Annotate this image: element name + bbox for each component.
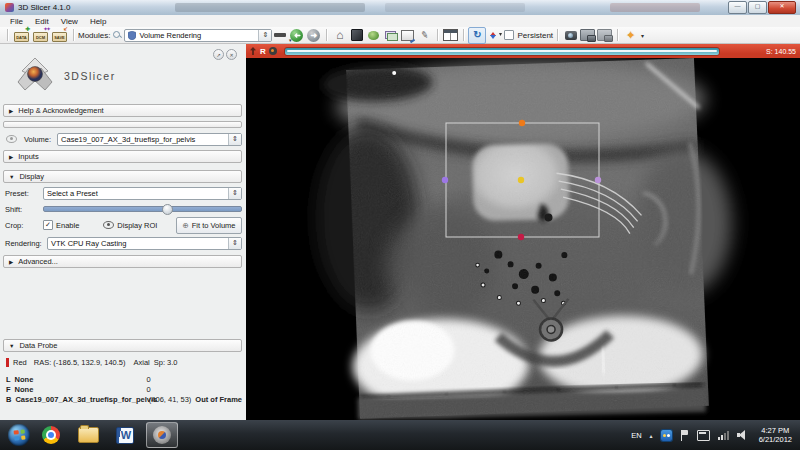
help-section-header[interactable]: ▶ Help & Acknowledgement bbox=[3, 104, 242, 117]
visibility-eye-icon[interactable] bbox=[6, 135, 17, 143]
show-hidden-icons-button[interactable]: ▴ bbox=[650, 432, 653, 439]
collapsed-arrow-icon: ▶ bbox=[9, 108, 13, 114]
layers-icon bbox=[385, 31, 396, 40]
editor-button[interactable] bbox=[400, 28, 415, 42]
scene-restore-button[interactable] bbox=[597, 28, 612, 42]
chevron-down-icon[interactable]: ▾ bbox=[641, 32, 644, 39]
close-button[interactable]: ✕ bbox=[768, 1, 796, 14]
crop-enable-checkbox[interactable]: ✓ bbox=[43, 220, 53, 230]
taskbar-clock[interactable]: 4:27 PM 6/21/2012 bbox=[759, 426, 792, 445]
network-signal-icon[interactable] bbox=[718, 430, 729, 440]
tray-app-icon[interactable] bbox=[661, 430, 672, 441]
persistent-checkbox[interactable] bbox=[504, 30, 514, 40]
shift-slider[interactable] bbox=[43, 206, 242, 212]
annotate-button[interactable]: ✎ bbox=[417, 28, 432, 42]
home-button[interactable]: ⌂ bbox=[332, 28, 347, 42]
modules-history-icon[interactable] bbox=[274, 33, 286, 37]
save-button[interactable]: ➜ SAVE bbox=[51, 28, 68, 42]
menu-edit[interactable]: Edit bbox=[29, 17, 55, 26]
roi-handle-center[interactable] bbox=[518, 177, 524, 183]
crosshair-toggle-button[interactable]: ↻ bbox=[468, 27, 486, 44]
windows-taskbar: W EN ▴ 4:27 PM 6/21/2012 bbox=[0, 420, 800, 450]
roi-handle-bottom[interactable] bbox=[518, 234, 524, 240]
shift-row: Shift: bbox=[0, 203, 242, 215]
back-arrow-icon: ➜ bbox=[294, 31, 301, 40]
persistent-label: Persistent bbox=[517, 31, 553, 40]
roi-handle-left[interactable] bbox=[442, 177, 448, 183]
extensions-button[interactable]: ✦ bbox=[623, 28, 638, 42]
taskbar-slicer-button[interactable] bbox=[146, 422, 178, 448]
module-back-button[interactable]: ➜ bbox=[290, 29, 303, 42]
combobox-spinner-icon[interactable]: ⇕ bbox=[228, 188, 241, 199]
views-3d-button[interactable] bbox=[349, 28, 364, 42]
menu-file[interactable]: File bbox=[4, 17, 29, 26]
pin-icon[interactable] bbox=[250, 47, 256, 55]
volumes-button[interactable] bbox=[383, 28, 398, 42]
probe-row-background: B Case19_007_AX_3d_truefisp_for_pelvis (… bbox=[6, 395, 242, 404]
action-center-flag-icon[interactable] bbox=[680, 430, 689, 441]
tray-window-icon[interactable] bbox=[697, 430, 710, 441]
start-button[interactable] bbox=[8, 424, 30, 446]
load-data-button[interactable]: ✚ DATA bbox=[13, 28, 30, 42]
panel-float-button[interactable]: ↗ bbox=[213, 49, 224, 60]
slice-offset-slider[interactable] bbox=[284, 47, 720, 56]
rendering-combobox[interactable]: VTK CPU Ray Casting ⇕ bbox=[47, 237, 242, 250]
chevron-down-icon[interactable]: ▴ bbox=[499, 32, 502, 39]
combobox-spinner-icon[interactable]: ⇕ bbox=[228, 238, 241, 249]
volume-speaker-icon[interactable] bbox=[737, 430, 749, 440]
mri-slice-image bbox=[246, 58, 800, 420]
display-roi-eye-icon[interactable] bbox=[103, 221, 114, 229]
layer-volume-name: None bbox=[15, 375, 143, 384]
shift-slider-handle[interactable] bbox=[162, 204, 173, 215]
separator bbox=[463, 29, 464, 41]
module-search-icon[interactable] bbox=[113, 31, 121, 39]
layer-value: 0 bbox=[147, 375, 151, 384]
combobox-spinner-icon[interactable]: ⇕ bbox=[228, 134, 241, 145]
close-icon: ✕ bbox=[229, 52, 233, 58]
shield-icon bbox=[128, 31, 136, 40]
layer-prefix: F bbox=[6, 385, 11, 394]
probe-row-label: L None 0 bbox=[6, 375, 242, 384]
sparkle-icon: ✦ bbox=[626, 29, 635, 42]
taskbar-explorer-button[interactable] bbox=[72, 422, 104, 448]
panel-close-button[interactable]: ✕ bbox=[226, 49, 237, 60]
scene-view-button[interactable] bbox=[580, 28, 595, 42]
separator bbox=[73, 29, 74, 41]
maximize-button[interactable]: ▢ bbox=[748, 1, 767, 14]
display-section-header[interactable]: ▼ Display bbox=[3, 170, 242, 183]
fit-icon: ⊕ bbox=[182, 221, 188, 230]
minimize-button[interactable]: — bbox=[728, 1, 747, 14]
layout-button[interactable] bbox=[443, 28, 458, 42]
taskbar-word-button[interactable]: W bbox=[109, 422, 141, 448]
probe-row-foreground: F None 0 bbox=[6, 385, 242, 394]
brain-icon bbox=[368, 31, 379, 40]
fit-to-volume-button[interactable]: ⊕ Fit to Volume bbox=[176, 217, 242, 234]
preset-combobox[interactable]: Select a Preset ⇕ bbox=[43, 187, 242, 200]
models-button[interactable] bbox=[366, 28, 381, 42]
dicom-button[interactable]: ✦✦ DCM bbox=[32, 28, 49, 42]
inputs-section-header[interactable]: ▶ Inputs bbox=[3, 150, 242, 163]
language-indicator[interactable]: EN bbox=[631, 431, 641, 440]
menu-help[interactable]: Help bbox=[84, 17, 112, 26]
system-tray: EN ▴ 4:27 PM 6/21/2012 bbox=[631, 426, 800, 445]
slice-arrows-icon[interactable] bbox=[488, 29, 495, 42]
crop-enable-label: Enable bbox=[56, 221, 79, 230]
module-forward-button[interactable]: ➜ bbox=[307, 29, 320, 42]
menu-view[interactable]: View bbox=[55, 17, 84, 26]
layer-volume-name: Case19_007_AX_3d_truefisp_for_pelvis bbox=[15, 395, 144, 404]
scene-capture-icon bbox=[580, 29, 595, 41]
advanced-section-header[interactable]: ▶ Advanced... bbox=[3, 255, 242, 268]
red-slice-color-swatch bbox=[6, 358, 9, 367]
layer-prefix: B bbox=[6, 395, 11, 404]
roi-handle-top[interactable] bbox=[519, 120, 525, 126]
screenshot-button[interactable] bbox=[563, 28, 578, 42]
roi-handle-right[interactable] bbox=[595, 177, 601, 183]
modules-combobox[interactable]: Volume Rendering ⇕ bbox=[124, 29, 272, 42]
data-probe-section-header[interactable]: ▼ Data Probe bbox=[3, 339, 242, 352]
slice-menu-icon[interactable] bbox=[269, 47, 277, 55]
volume-combobox[interactable]: Case19_007_AX_3d_truefisp_for_pelvis ⇕ bbox=[57, 133, 242, 146]
taskbar-chrome-button[interactable] bbox=[35, 422, 67, 448]
combobox-spinner-icon[interactable]: ⇕ bbox=[258, 30, 271, 41]
red-slice-viewport[interactable] bbox=[246, 58, 800, 420]
float-icon: ↗ bbox=[216, 52, 220, 58]
